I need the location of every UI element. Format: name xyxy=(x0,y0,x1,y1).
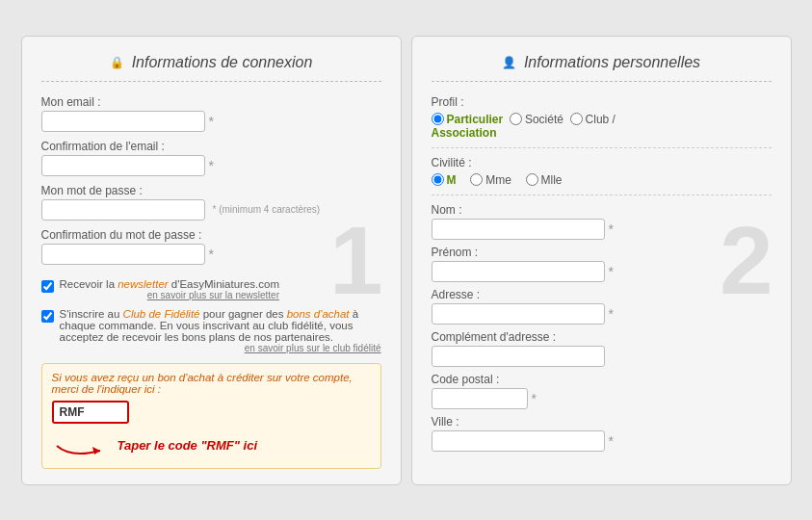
email-confirm-required: * xyxy=(209,158,214,173)
prenom-input[interactable] xyxy=(432,261,605,282)
prenom-group: Prénom : * xyxy=(432,246,772,282)
email-input[interactable] xyxy=(41,111,205,132)
divider-1 xyxy=(432,147,772,148)
adresse-required: * xyxy=(609,306,614,322)
profil-club-radio[interactable] xyxy=(570,113,583,125)
complement-group: Complément d'adresse : xyxy=(432,330,772,367)
arrow-text: Taper le code "RMF" ici xyxy=(118,438,258,453)
ville-group: Ville : * xyxy=(432,415,772,452)
profil-association-label: Association xyxy=(432,126,497,140)
code-postal-row: * xyxy=(432,388,772,409)
code-postal-required: * xyxy=(532,391,537,406)
fidelite-row: S'inscrire au Club de Fidélité pour gagn… xyxy=(41,308,381,353)
lock-icon: 🔒 xyxy=(110,56,124,69)
password-confirm-field-row: * xyxy=(41,244,381,265)
ville-required: * xyxy=(609,433,614,449)
email-confirm-input[interactable] xyxy=(41,155,205,176)
civilite-mme[interactable]: Mme xyxy=(470,173,511,187)
profil-particulier[interactable]: Particulier xyxy=(432,113,504,126)
civilite-label: Civilité : xyxy=(432,156,772,169)
checkbox-group: Recevoir la newsletter d'EasyMiniatures.… xyxy=(41,278,381,353)
code-postal-input[interactable] xyxy=(432,388,528,409)
civilite-mme-label: Mme xyxy=(485,173,511,187)
civilite-mlle-radio[interactable] xyxy=(526,173,538,186)
password-label: Mon mot de passe : xyxy=(41,184,381,197)
divider-2 xyxy=(432,195,772,195)
fidelite-text: S'inscrire au Club de Fidélité pour gagn… xyxy=(60,308,381,353)
email-field-group: Mon email : * xyxy=(41,95,381,132)
left-panel: 🔒 Informations de connexion 1 Mon email … xyxy=(21,36,402,485)
password-hint: * (minimum 4 caractères) xyxy=(213,204,321,215)
prenom-required: * xyxy=(609,264,614,279)
bon-achat-row xyxy=(52,401,371,424)
adresse-input[interactable] xyxy=(432,303,605,325)
civilite-group: Civilité : M Mme Mlle xyxy=(432,156,772,187)
prenom-label: Prénom : xyxy=(432,246,772,259)
bon-achat-text: Si vous avez reçu un bon d'achat à crédi… xyxy=(52,372,353,395)
email-confirm-field-row: * xyxy=(41,155,381,176)
profil-label: Profil : xyxy=(432,95,772,109)
left-panel-title: Informations de connexion xyxy=(132,54,313,71)
civilite-mlle[interactable]: Mlle xyxy=(526,173,563,187)
left-form: Mon email : * Confirmation de l'email : … xyxy=(41,95,381,469)
profil-particulier-label: Particulier xyxy=(447,113,504,126)
profil-club-label: Club / xyxy=(586,113,616,126)
password-input[interactable] xyxy=(41,199,205,221)
complement-row xyxy=(432,346,772,367)
profil-association-row: Association xyxy=(432,126,772,140)
civilite-mme-radio[interactable] xyxy=(470,173,483,186)
email-confirm-field-group: Confirmation de l'email : * xyxy=(41,140,381,176)
email-label: Mon email : xyxy=(41,95,381,109)
ville-input[interactable] xyxy=(432,430,605,452)
profil-societe-label: Société xyxy=(525,113,563,126)
left-panel-header: 🔒 Informations de connexion xyxy=(41,54,381,82)
civilite-options-row: M Mme Mlle xyxy=(432,173,772,187)
password-field-group: Mon mot de passe : * (minimum 4 caractèr… xyxy=(41,184,381,221)
ville-label: Ville : xyxy=(432,415,772,429)
email-required: * xyxy=(209,114,214,129)
svg-marker-0 xyxy=(92,447,100,455)
nom-label: Nom : xyxy=(432,203,772,217)
right-form: Profil : Particulier Société Club / xyxy=(432,95,772,452)
profil-societe-radio[interactable] xyxy=(510,113,522,125)
adresse-row: * xyxy=(432,303,772,325)
ville-row: * xyxy=(432,430,772,452)
fidelite-link1[interactable]: Club de Fidélité xyxy=(123,308,200,320)
fidelite-more-link[interactable]: en savoir plus sur le club fidélité xyxy=(60,343,381,353)
password-confirm-required: * xyxy=(209,247,214,262)
prenom-row: * xyxy=(432,261,772,282)
nom-group: Nom : * xyxy=(432,203,772,240)
profil-options-row: Particulier Société Club / xyxy=(432,113,772,126)
fidelite-link2[interactable]: bons d'achat xyxy=(287,308,350,320)
civilite-m[interactable]: M xyxy=(432,173,457,187)
fidelite-text1: S'inscrire au xyxy=(60,308,123,320)
newsletter-more-link[interactable]: en savoir plus sur la newsletter xyxy=(60,290,279,300)
newsletter-link[interactable]: newsletter xyxy=(118,278,168,290)
bon-achat-input[interactable] xyxy=(52,401,129,424)
fidelite-checkbox[interactable] xyxy=(41,310,54,323)
arrow-label-row: Taper le code "RMF" ici xyxy=(52,431,371,460)
code-postal-label: Code postal : xyxy=(432,373,772,386)
complement-label: Complément d'adresse : xyxy=(432,330,772,344)
civilite-m-radio[interactable] xyxy=(432,173,444,186)
arrow-icon xyxy=(52,431,110,460)
complement-input[interactable] xyxy=(432,346,605,367)
newsletter-row: Recevoir la newsletter d'EasyMiniatures.… xyxy=(41,278,381,300)
code-postal-group: Code postal : * xyxy=(432,373,772,409)
newsletter-checkbox[interactable] xyxy=(41,280,54,293)
right-panel-title: Informations personnelles xyxy=(524,54,700,71)
newsletter-text-before: Recevoir la xyxy=(60,278,118,290)
email-confirm-label: Confirmation de l'email : xyxy=(41,140,381,153)
adresse-label: Adresse : xyxy=(432,288,772,301)
profil-societe[interactable]: Société xyxy=(510,113,563,126)
password-confirm-label: Confirmation du mot de passe : xyxy=(41,228,381,242)
adresse-group: Adresse : * xyxy=(432,288,772,325)
password-field-row: * (minimum 4 caractères) xyxy=(41,199,381,221)
civilite-m-label: M xyxy=(447,173,457,187)
password-confirm-input[interactable] xyxy=(41,244,205,265)
profil-club[interactable]: Club / xyxy=(570,113,616,126)
nom-input[interactable] xyxy=(432,219,605,240)
password-confirm-field-group: Confirmation du mot de passe : * xyxy=(41,228,381,265)
profil-particulier-radio[interactable] xyxy=(432,113,444,125)
nom-required: * xyxy=(609,221,614,237)
